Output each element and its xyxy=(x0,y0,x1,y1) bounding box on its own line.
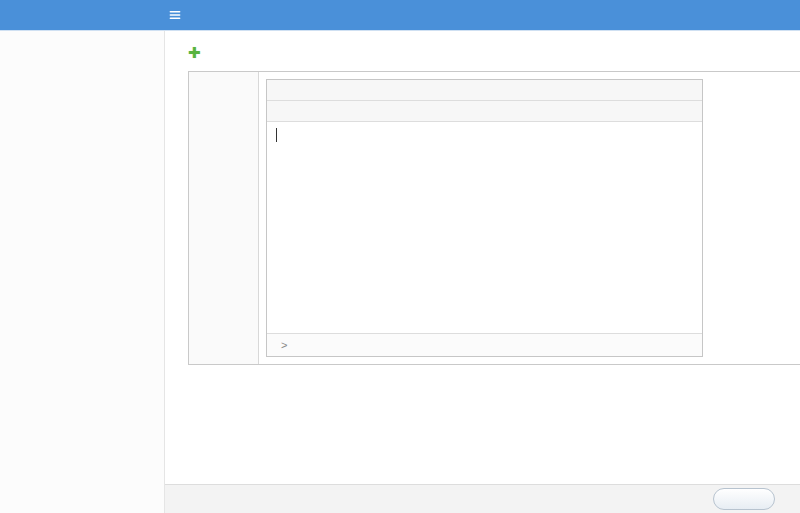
rich-text-editor: > xyxy=(266,79,703,357)
save-button[interactable] xyxy=(713,488,775,510)
content-value-cell: > xyxy=(259,72,800,364)
form-footer xyxy=(165,484,800,513)
hamburger-icon xyxy=(168,8,182,22)
content-label-cell xyxy=(189,72,259,364)
page-title-row: ✚ xyxy=(188,45,800,60)
menu-icon[interactable] xyxy=(162,0,188,30)
add-plus-icon: ✚ xyxy=(188,45,201,60)
text-cursor xyxy=(276,128,277,142)
main-content: ✚ > xyxy=(165,30,800,513)
post-form: > xyxy=(188,71,800,365)
editor-content-area[interactable] xyxy=(267,122,702,333)
editor-toolbar-row1 xyxy=(267,80,702,101)
topbar xyxy=(0,0,800,30)
form-row-content: > xyxy=(189,72,800,364)
path-separator: > xyxy=(281,339,287,351)
sidebar xyxy=(0,30,165,513)
editor-toolbar-row2 xyxy=(267,101,702,122)
editor-statusbar: > xyxy=(267,333,702,356)
